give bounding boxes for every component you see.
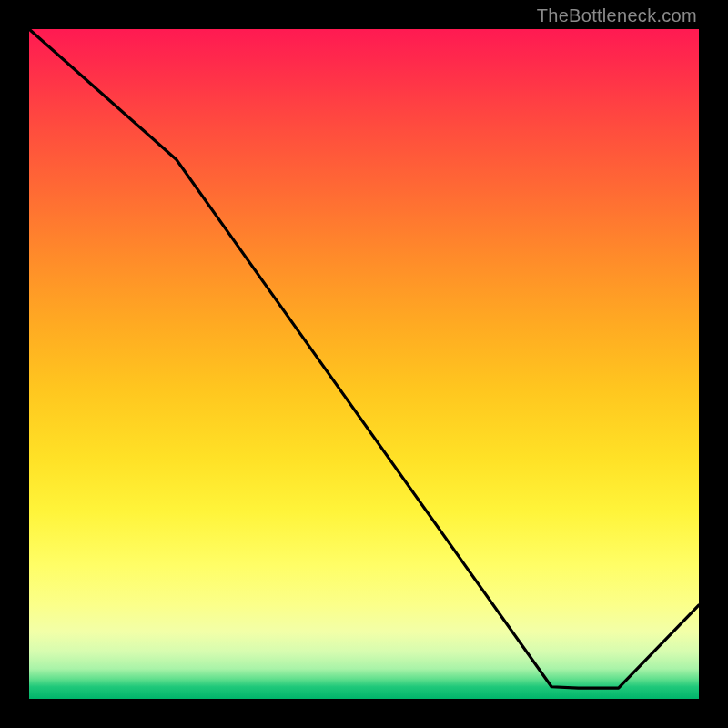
chart-root: TheBottleneck.com [0,0,728,728]
watermark-text: TheBottleneck.com [537,5,697,26]
plot-area [29,29,699,699]
bottleneck-curve [29,29,699,699]
